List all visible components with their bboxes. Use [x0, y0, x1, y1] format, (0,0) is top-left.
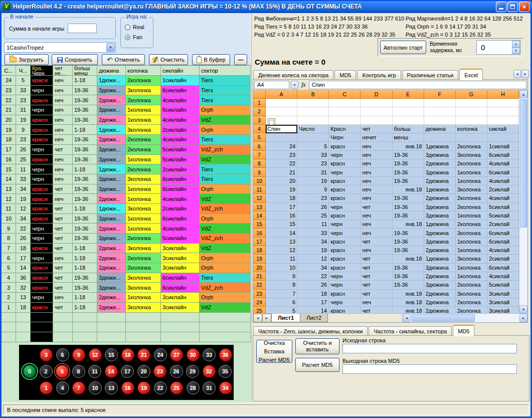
excel-cell-F23[interactable]: 2дюжина: [424, 290, 456, 298]
excel-cell-E17[interactable]: 19-36: [393, 238, 424, 246]
excel-cell-A15[interactable]: 15: [266, 220, 297, 229]
excel-cell-A1[interactable]: [266, 99, 297, 107]
excel-cell-D1[interactable]: [361, 99, 392, 107]
excel-cell-D13[interactable]: чет: [361, 203, 392, 212]
excel-cell-F1[interactable]: [424, 99, 456, 107]
excel-cell-G24[interactable]: 2колонка: [456, 298, 487, 307]
excel-name-box[interactable]: А4: [254, 81, 289, 89]
excel-cell-E10[interactable]: 19-36: [393, 177, 424, 185]
excel-cell-H22[interactable]: 5сиклай: [487, 281, 519, 289]
excel-cell-E8[interactable]: 19-36: [393, 159, 424, 168]
excel-cell-E7[interactable]: 19-36: [393, 151, 424, 159]
excel-cell-C23[interactable]: красн: [329, 290, 361, 298]
excel-cell-H24[interactable]: 3сиклай: [487, 298, 519, 307]
excel-cell-B4[interactable]: Число: [297, 125, 329, 133]
excel-cell-F19[interactable]: 1дюжина: [424, 255, 456, 263]
excel-cell-B23[interactable]: 18: [297, 290, 329, 298]
excel-cell-C13[interactable]: черн: [329, 203, 361, 212]
excel-cell-G12[interactable]: 2колонка: [456, 194, 487, 202]
excel-cell-B3[interactable]: [297, 116, 329, 125]
excel-cell-C24[interactable]: черн: [329, 298, 361, 307]
excel-cell-E3[interactable]: [393, 116, 424, 125]
roulette-number-35[interactable]: 35: [219, 365, 232, 378]
minimize-button[interactable]: [496, 2, 506, 12]
output-string-input[interactable]: [342, 364, 517, 374]
toolbar-button-3[interactable]: ↶Отменить: [102, 54, 145, 65]
excel-cell-A16[interactable]: 14: [266, 229, 297, 237]
excel-cell-G1[interactable]: [456, 99, 487, 107]
excel-cell-A23[interactable]: 7: [266, 290, 297, 298]
excel-row-header-3[interactable]: 3: [253, 116, 266, 125]
excel-cell-H1[interactable]: [487, 99, 519, 107]
excel-cell-D9[interactable]: неч: [361, 168, 392, 176]
excel-cell-B17[interactable]: 34: [297, 238, 329, 246]
roulette-number-34[interactable]: 34: [219, 381, 232, 394]
excel-cell-G14[interactable]: 1колонка: [456, 212, 487, 220]
start-sum-input[interactable]: [68, 24, 97, 33]
excel-row-header-24[interactable]: 24: [253, 298, 266, 307]
excel-cell-C8[interactable]: красн: [329, 159, 361, 168]
excel-cell-C19[interactable]: красн: [329, 255, 361, 263]
scroll-right-icon[interactable]: ►: [519, 314, 527, 322]
excel-cell-E5[interactable]: менш: [393, 133, 424, 142]
excel-cell-D15[interactable]: неч: [361, 220, 392, 229]
excel-col-header-A[interactable]: A: [266, 90, 297, 99]
excel-cell-H9[interactable]: 6сиклай: [487, 168, 519, 176]
excel-cell-H21[interactable]: 4сиклай: [487, 272, 519, 281]
excel-cell-A17[interactable]: 13: [266, 238, 297, 246]
spinner-down-icon[interactable]: ▼: [512, 48, 520, 55]
scroll-down-icon[interactable]: ▼: [519, 305, 527, 313]
excel-cell-F18[interactable]: 2дюжина: [424, 246, 456, 255]
excel-cell-D17[interactable]: чет: [361, 238, 392, 246]
excel-cell-C12[interactable]: красн: [329, 194, 361, 202]
excel-cell-G18[interactable]: 1колонка: [456, 246, 487, 255]
excel-cell-D7[interactable]: неч: [361, 151, 392, 159]
clear-and-paste-button[interactable]: Очистить и вставить: [295, 338, 339, 354]
excel-cell-G8[interactable]: 2колонка: [456, 159, 487, 168]
roulette-number-29[interactable]: 29: [186, 365, 199, 378]
excel-cell-D2[interactable]: [361, 107, 392, 116]
delay-spinner[interactable]: 0 ▲ ▼: [476, 40, 520, 55]
excel-cell-A11[interactable]: 19: [266, 185, 297, 194]
excel-cell-H12[interactable]: 4сиклай: [487, 194, 519, 202]
excel-row-header-1[interactable]: 1: [253, 99, 266, 107]
excel-cell-E13[interactable]: 19-36: [393, 203, 424, 212]
excel-cell-H3[interactable]: [487, 116, 519, 125]
excel-cell-H8[interactable]: 4сиклай: [487, 159, 519, 168]
excel-cell-E24[interactable]: янв.18: [393, 298, 424, 307]
excel-row-header-23[interactable]: 23: [253, 290, 266, 298]
excel-col-header-B[interactable]: B: [297, 90, 329, 99]
roulette-number-27[interactable]: 27: [170, 348, 183, 361]
tab-bottom-2[interactable]: Частота - сиклайны, сектора: [369, 326, 452, 336]
excel-cell-F9[interactable]: 3дюжина: [424, 168, 456, 176]
excel-cell-D24[interactable]: неч: [361, 298, 392, 307]
toolbar-button-2[interactable]: Сохранить: [52, 54, 98, 65]
excel-cell-G15[interactable]: 2колонка: [456, 220, 487, 229]
excel-cell-G22[interactable]: 2колонка: [456, 281, 487, 289]
excel-cell-G2[interactable]: [456, 107, 487, 116]
excel-cell-D11[interactable]: неч: [361, 185, 392, 194]
excel-cell-A5[interactable]: [266, 133, 297, 142]
excel-cell-H14[interactable]: 5сиклай: [487, 212, 519, 220]
chevron-down-icon[interactable]: ▼: [106, 43, 115, 52]
excel-cell-D25[interactable]: чет: [361, 307, 392, 313]
excel-row-header-25[interactable]: 25: [253, 307, 266, 313]
excel-cell-B20[interactable]: 34: [297, 264, 329, 272]
excel-cell-B12[interactable]: 23: [297, 194, 329, 202]
excel-cell-C14[interactable]: красн: [329, 212, 361, 220]
excel-row-header-4[interactable]: 4: [253, 125, 266, 133]
excel-cell-B6[interactable]: 5: [297, 142, 329, 150]
roulette-number-0[interactable]: 0: [23, 365, 36, 378]
excel-cell-D10[interactable]: неч: [361, 177, 392, 185]
roulette-number-7[interactable]: 7: [72, 381, 85, 394]
roulette-number-2[interactable]: 2: [40, 365, 53, 378]
formula-bar[interactable]: Спин: [309, 81, 526, 89]
sheet-nav-right-icon[interactable]: ►: [262, 314, 271, 322]
roulette-number-14[interactable]: 14: [105, 365, 118, 378]
excel-cell-B8[interactable]: 23: [297, 159, 329, 168]
excel-cell-E21[interactable]: 19-36: [393, 272, 424, 281]
excel-cell-G13[interactable]: 2колонка: [456, 203, 487, 212]
h-scroll-thumb[interactable]: [412, 314, 475, 322]
excel-cell-F25[interactable]: 2дюжина: [424, 307, 456, 313]
excel-row-header-7[interactable]: 7: [253, 151, 266, 159]
